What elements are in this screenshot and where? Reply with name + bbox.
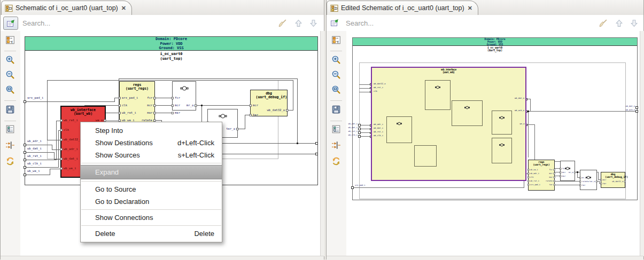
block-title: dbg(uart_debug_if)	[601, 173, 625, 178]
zoom-out-icon[interactable]	[330, 69, 342, 81]
pin-label: srx_pad_i	[27, 97, 43, 100]
block-title: wb_interface(uart_wb)	[372, 68, 525, 74]
sub-block[interactable]	[386, 116, 412, 143]
save-icon[interactable]	[330, 104, 342, 115]
palette-icon[interactable]: t	[330, 34, 342, 46]
clear-search-broom-icon[interactable]	[599, 19, 608, 28]
port-label: wb_ack_o	[515, 109, 524, 111]
menu-item-delete[interactable]: DeleteDelete	[81, 227, 222, 240]
menu-item-step-into[interactable]: Step Into	[81, 124, 222, 137]
pin-label: wb_ack_o	[626, 109, 635, 111]
port-label: ter	[582, 184, 585, 186]
right-domain-band: Domain: PDcore Power: VDD Ground: VSS	[353, 38, 637, 46]
right-pin-search-button[interactable]	[329, 18, 340, 28]
pin-search-icon	[330, 19, 339, 27]
pin-label: wb_we_i	[27, 170, 40, 173]
sub-block[interactable]	[492, 138, 512, 163]
zoom-fit-icon[interactable]	[4, 84, 16, 96]
port-label: wb_adr_i	[374, 123, 383, 125]
port-label: msr	[549, 176, 553, 178]
port-label: wb_adr_i	[530, 172, 539, 174]
options-icon[interactable]	[330, 123, 342, 135]
block-title: wb_interface(uart_wb)	[61, 108, 105, 115]
port-label: mcr	[253, 104, 258, 107]
block-logic-1[interactable]: fcr mcr msr mr_o	[172, 81, 196, 111]
entity-name: (uart_top)	[413, 49, 578, 51]
palette-icon[interactable]: t	[4, 34, 16, 46]
menu-separator	[81, 225, 221, 226]
right-tab[interactable]: Edited Schematic of i_oc_uart0 (uart_top…	[327, 1, 478, 15]
search-next-down-icon[interactable]	[630, 19, 639, 28]
sub-block[interactable]	[425, 80, 451, 110]
sub-block[interactable]	[492, 111, 512, 135]
block-logic-small-2[interactable]: mr_o rstate ter ter_o	[580, 170, 597, 190]
block-dbg[interactable]: dbg(uart_debug_if) mcr ter wb_dat32_o	[250, 90, 288, 116]
pin-label: wb_dat_i	[27, 147, 42, 151]
zoom-fit-icon[interactable]	[330, 84, 342, 96]
menu-item-go-to-source[interactable]: Go to Source	[81, 183, 222, 195]
port-label: mr_o	[582, 177, 586, 178]
menu-item-expand-highlighted[interactable]: Expand	[81, 165, 222, 179]
show-pins-icon[interactable]	[4, 139, 16, 151]
logic-gate-icon	[397, 118, 402, 128]
left-search-input[interactable]	[21, 17, 227, 29]
logic-gate-icon	[180, 83, 189, 93]
port-label: clk	[64, 129, 69, 132]
zoom-in-icon[interactable]	[4, 54, 16, 66]
pin-label: wb_adr_i	[348, 123, 358, 125]
port-label: srx_pad_i	[122, 97, 138, 100]
domain-label: Domain: PDcore	[69, 37, 274, 40]
block-regs-small[interactable]: regs(uart_regs) wb_we_i wb_adr_i clk wb_…	[528, 160, 555, 191]
pin-label: srx_pad_i	[355, 184, 366, 186]
left-tab-close-icon[interactable]: ✕	[121, 5, 126, 12]
menu-item-show-sources[interactable]: Show Sourcess+Left-Click	[81, 149, 222, 161]
port-label: ter	[253, 114, 258, 117]
left-tab[interactable]: Schematic of i_oc_uart0 (uart_top) ✕	[1, 1, 132, 15]
port-label: wb_dat32_o	[64, 138, 82, 141]
toolbar-separator	[4, 121, 16, 121]
port-label: wb_rst_i	[374, 130, 383, 132]
search-next-down-icon[interactable]	[309, 19, 319, 28]
left-tab-title: Schematic of i_oc_uart0 (uart_top)	[15, 4, 118, 12]
right-search-input[interactable]	[345, 17, 550, 29]
right-horizontal-scrollbar[interactable]	[327, 256, 643, 260]
right-vertical-scrollbar[interactable]	[640, 31, 644, 256]
block-regs[interactable]: regs(uart_regs) srx_pad_i clk wb_rst_i w…	[119, 81, 155, 127]
search-prev-up-icon[interactable]	[294, 19, 304, 28]
left-horizontal-scrollbar[interactable]	[1, 256, 324, 260]
sub-block[interactable]	[414, 145, 437, 167]
refresh-icon[interactable]	[330, 155, 342, 167]
menu-item-go-to-declaration[interactable]: Go to Declaration	[81, 195, 222, 208]
logic-gate-icon	[219, 111, 227, 121]
left-vertical-scrollbar[interactable]	[320, 31, 324, 256]
block-dbg-small[interactable]: dbg(uart_debug_if) mcr ter wb_dat32_o	[601, 172, 625, 188]
pin-label: wb_dat_o	[626, 105, 635, 107]
port-label: wb_rst_i	[64, 119, 78, 122]
block-logic-small-1[interactable]: fcr mcr msr mr_o	[560, 161, 575, 181]
right-tab-close-icon[interactable]: ✕	[468, 5, 472, 12]
zoom-out-icon[interactable]	[4, 69, 16, 81]
power-label: Power: VDD	[69, 42, 274, 45]
search-prev-up-icon[interactable]	[615, 19, 624, 28]
port-label: wb_adr_i	[64, 148, 78, 151]
port-label: ter_o	[226, 128, 235, 131]
zoom-in-icon[interactable]	[330, 54, 342, 66]
left-pin-search-button[interactable]	[3, 17, 18, 30]
save-icon[interactable]	[4, 104, 16, 115]
options-icon[interactable]	[4, 123, 16, 135]
show-pins-icon[interactable]	[330, 139, 342, 151]
sub-block[interactable]	[452, 100, 483, 126]
toolbar-separator	[330, 51, 342, 51]
refresh-icon[interactable]	[4, 155, 16, 167]
port-label: wb_dat32_o	[612, 180, 623, 182]
clear-search-broom-icon[interactable]	[278, 19, 288, 28]
pin-label: wb_clk_i	[348, 134, 358, 136]
port-label: mcr	[549, 172, 553, 174]
port-label: mcr	[175, 104, 180, 107]
menu-item-show-destinations[interactable]: Show Destinationsd+Left-Click	[81, 137, 222, 149]
menu-separator	[81, 181, 221, 182]
menu-item-show-connections[interactable]: Show Connections	[81, 211, 222, 224]
logic-gate-icon	[464, 102, 470, 112]
port-label: ter	[603, 183, 606, 184]
port-label: msr	[175, 112, 180, 115]
